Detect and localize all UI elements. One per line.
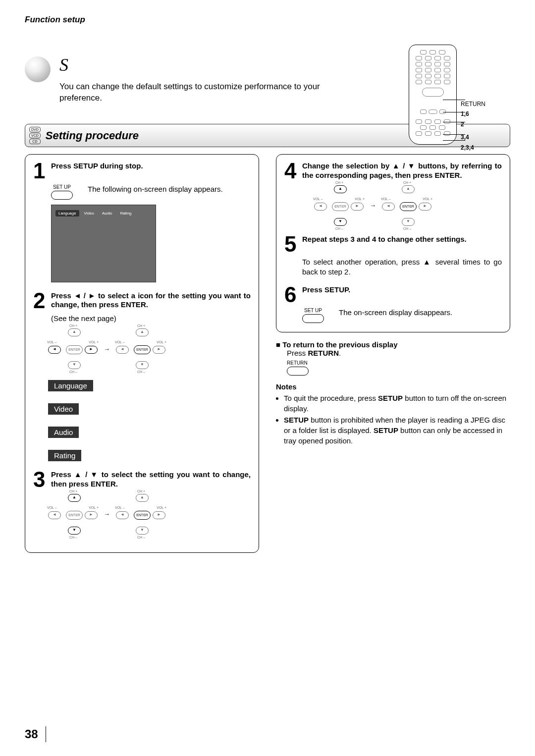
menu-item-audio: Audio [48,427,79,438]
osd-tab-video: Video [81,210,97,216]
decorative-sphere-icon [25,56,51,82]
remote-outline [409,45,457,145]
intro-text: You can change the default settings to c… [59,81,337,104]
setup-button-icon: SET UP [51,184,73,200]
disc-icon-cd: CD [29,139,41,144]
dpad-diagram-step3: CH + ▲ VOL – ◄ ENTER ► VOL + ▼ CH – → [48,494,251,535]
setup-button-icon-2: SET UP [302,308,324,323]
step-4-number: 4 [284,162,298,180]
step-3-heading: Press ▲ / ▼ to select the setting you wa… [51,470,251,489]
menu-item-video: Video [48,403,79,415]
remote-label-return: RETURN [461,99,485,109]
remote-label-2: 2 [461,119,485,129]
remote-diagram: RETURN 1,6 2 3,4 2,3,4 [409,45,485,153]
section-title: Setting procedure [46,129,139,142]
dpad-diagram-step4: CH + ▲ VOL – ◄ ENTER ► VOL + ▼ CH – → [314,185,502,226]
return-body: Press RETURN. [287,349,510,357]
step-1-heading: Press SETUP during stop. [51,162,143,180]
step-1-number: 1 [33,162,47,180]
step-1-body: The following on-screen display appears. [88,184,223,194]
osd-tab-rating: Rating [117,210,134,216]
page-number: 38 [25,727,38,741]
notes-item-2: SETUP button is prohibited when the play… [284,415,510,446]
osd-tab-audio: Audio [99,210,115,216]
step-5-heading: Repeat steps 3 and 4 to change other set… [302,235,467,253]
step-6-heading: Press SETUP. [302,285,350,304]
step-3-number: 3 [33,470,47,489]
return-heading: To return to the previous display [276,340,510,349]
step-2-seepage: (See the next page) [51,314,251,324]
menu-item-rating: Rating [48,450,81,461]
step-2-heading: Press ◄ / ► to select a icon for the set… [51,291,251,310]
step-5-body: To select another operation, press ▲ sev… [302,257,502,277]
return-button-icon: RETURN [287,360,510,376]
step-6-number: 6 [284,285,298,304]
page-title: S [59,54,69,75]
disc-icon-dvd: DVD [29,127,41,132]
step-6-body: The on-screen display disappears. [339,308,452,318]
disc-icon-vcd: VCD [29,133,41,138]
step-5-number: 5 [284,235,298,253]
remote-label-1: 1,6 [461,109,485,119]
osd-tab-language: Language [55,210,79,216]
notes-heading: Notes [276,382,510,391]
remote-label-4: 2,3,4 [461,143,485,153]
step-4-heading: Change the selection by ▲ / ▼ buttons, b… [302,162,502,180]
osd-screen-mock: Language Video Audio Rating [51,205,156,282]
page-section-header: Function setup [25,15,510,25]
page-number-separator [46,726,46,742]
menu-item-language: Language [48,380,93,391]
dpad-diagram-step2: CH + ▲ VOL – ◄ ENTER ► VOL + ▼ CH – → [48,328,251,369]
notes-item-1: To quit the procedure, press SETUP butto… [284,393,510,414]
step-2-number: 2 [33,291,47,310]
